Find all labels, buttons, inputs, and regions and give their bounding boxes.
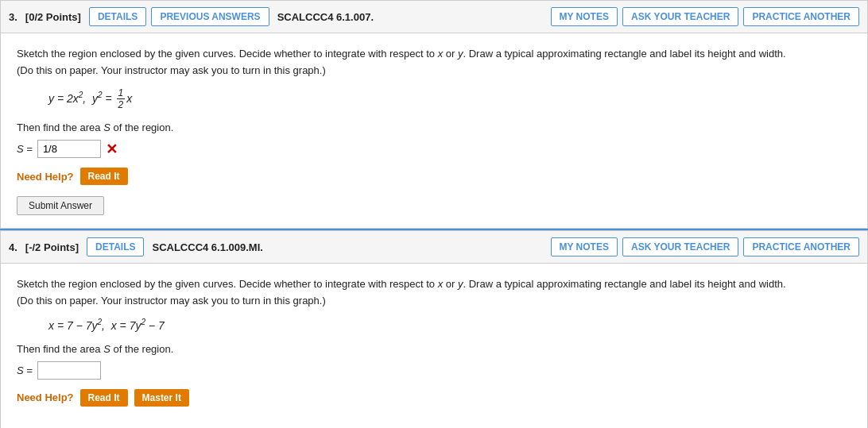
q3-find-area-text: Then find the area S of the region.	[17, 121, 851, 133]
question-3-block: 3. [0/2 Points] DETAILS PREVIOUS ANSWERS…	[0, 0, 868, 229]
q3-read-it-button[interactable]: Read It	[80, 168, 128, 185]
q4-number: 4.	[9, 241, 17, 253]
q3-problem-line1: Sketch the region enclosed by the given …	[17, 48, 786, 60]
q4-need-help-row: Need Help? Read It Master It	[17, 389, 851, 407]
q4-details-button[interactable]: DETAILS	[87, 237, 144, 256]
q4-read-it-button[interactable]: Read It	[80, 389, 128, 407]
q4-scalccc-label: SCALCCC4 6.1.009.MI.	[149, 241, 265, 253]
q3-points: [0/2 Points]	[25, 11, 81, 23]
q4-master-it-button[interactable]: Master It	[134, 389, 189, 407]
q4-body: Sketch the region enclosed by the given …	[1, 264, 867, 428]
q3-submit-button[interactable]: Submit Answer	[17, 196, 104, 215]
q3-submit-row: Submit Answer	[17, 196, 851, 215]
q3-details-button[interactable]: DETAILS	[89, 7, 146, 26]
q3-ask-teacher-button[interactable]: ASK YOUR TEACHER	[622, 7, 738, 26]
q4-points: [-/2 Points]	[25, 241, 79, 253]
q3-wrong-indicator: ✕	[106, 141, 118, 158]
q4-problem-line1: Sketch the region enclosed by the given …	[17, 278, 786, 290]
q3-previous-answers-button[interactable]: PREVIOUS ANSWERS	[151, 7, 269, 26]
question-4-block: 4. [-/2 Points] DETAILS SCALCCC4 6.1.009…	[0, 230, 868, 428]
q4-ask-teacher-button[interactable]: ASK YOUR TEACHER	[622, 237, 738, 256]
q3-problem-text: Sketch the region enclosed by the given …	[17, 46, 851, 79]
q4-practice-another-button[interactable]: PRACTICE ANOTHER	[743, 237, 859, 256]
q3-number: 3.	[9, 11, 17, 23]
q3-answer-label: S =	[17, 143, 33, 155]
q4-problem-line2: (Do this on paper. Your instructor may a…	[17, 295, 326, 307]
q4-answer-input[interactable]	[37, 361, 101, 380]
q4-problem-text: Sketch the region enclosed by the given …	[17, 276, 851, 310]
q4-answer-label: S =	[17, 364, 33, 376]
question-4-header: 4. [-/2 Points] DETAILS SCALCCC4 6.1.009…	[1, 231, 867, 264]
q4-my-notes-button[interactable]: MY NOTES	[551, 237, 618, 256]
q4-find-label: Then find the area S of the region.	[17, 343, 173, 355]
q3-formula: y = 2x2, y2 = 12x	[48, 87, 851, 111]
q3-problem-line2: (Do this on paper. Your instructor may a…	[17, 64, 326, 76]
q3-answer-input[interactable]	[37, 140, 101, 158]
q3-scalccc-label: SCALCCC4 6.1.007.	[274, 11, 377, 23]
q4-formula: x = 7 − 7y2, x = 7y2 − 7	[48, 318, 851, 332]
q4-find-area-text: Then find the area S of the region.	[17, 343, 851, 355]
q3-need-help-row: Need Help? Read It	[17, 168, 851, 185]
q3-body: Sketch the region enclosed by the given …	[1, 33, 867, 228]
q3-find-label: Then find the area S of the region.	[17, 121, 173, 133]
q4-answer-row: S =	[17, 361, 851, 380]
question-3-header: 3. [0/2 Points] DETAILS PREVIOUS ANSWERS…	[1, 1, 867, 33]
q3-need-help-label: Need Help?	[17, 171, 74, 183]
q3-my-notes-button[interactable]: MY NOTES	[551, 7, 618, 26]
q4-need-help-label: Need Help?	[17, 391, 74, 403]
q3-practice-another-button[interactable]: PRACTICE ANOTHER	[743, 7, 859, 26]
q3-answer-row: S = ✕	[17, 140, 851, 158]
